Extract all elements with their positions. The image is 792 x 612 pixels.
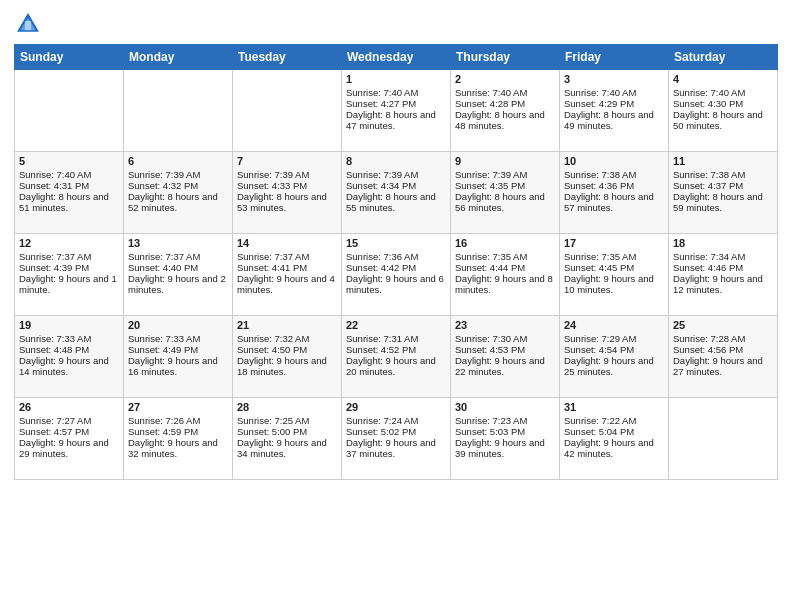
cell-content-line: Sunrise: 7:35 AM — [564, 251, 664, 262]
week-row-4: 19Sunrise: 7:33 AMSunset: 4:48 PMDayligh… — [15, 316, 778, 398]
cell-content-line: Sunset: 4:48 PM — [19, 344, 119, 355]
cell-content-line: Sunset: 5:04 PM — [564, 426, 664, 437]
day-number: 14 — [237, 237, 337, 249]
cell-content-line: Sunset: 4:54 PM — [564, 344, 664, 355]
cell-content-line: Sunrise: 7:33 AM — [19, 333, 119, 344]
cell-content-line: Sunset: 4:53 PM — [455, 344, 555, 355]
calendar-cell: 25Sunrise: 7:28 AMSunset: 4:56 PMDayligh… — [669, 316, 778, 398]
calendar-cell — [124, 70, 233, 152]
day-number: 5 — [19, 155, 119, 167]
calendar-cell — [669, 398, 778, 480]
cell-content-line: Daylight: 8 hours and 55 minutes. — [346, 191, 446, 213]
cell-content-line: Sunrise: 7:29 AM — [564, 333, 664, 344]
cell-content-line: Sunset: 4:27 PM — [346, 98, 446, 109]
day-number: 3 — [564, 73, 664, 85]
day-header-wednesday: Wednesday — [342, 45, 451, 70]
calendar-table: SundayMondayTuesdayWednesdayThursdayFrid… — [14, 44, 778, 480]
cell-content-line: Sunrise: 7:25 AM — [237, 415, 337, 426]
day-number: 9 — [455, 155, 555, 167]
cell-content-line: Sunrise: 7:24 AM — [346, 415, 446, 426]
day-number: 10 — [564, 155, 664, 167]
calendar-cell: 20Sunrise: 7:33 AMSunset: 4:49 PMDayligh… — [124, 316, 233, 398]
calendar-cell: 14Sunrise: 7:37 AMSunset: 4:41 PMDayligh… — [233, 234, 342, 316]
day-header-tuesday: Tuesday — [233, 45, 342, 70]
day-number: 6 — [128, 155, 228, 167]
cell-content-line: Sunrise: 7:40 AM — [673, 87, 773, 98]
calendar-cell: 8Sunrise: 7:39 AMSunset: 4:34 PMDaylight… — [342, 152, 451, 234]
cell-content-line: Sunrise: 7:35 AM — [455, 251, 555, 262]
logo-icon — [14, 10, 42, 38]
cell-content-line: Sunset: 4:36 PM — [564, 180, 664, 191]
cell-content-line: Sunset: 4:40 PM — [128, 262, 228, 273]
day-number: 17 — [564, 237, 664, 249]
calendar-cell — [15, 70, 124, 152]
calendar-cell: 26Sunrise: 7:27 AMSunset: 4:57 PMDayligh… — [15, 398, 124, 480]
cell-content-line: Daylight: 8 hours and 47 minutes. — [346, 109, 446, 131]
cell-content-line: Sunrise: 7:38 AM — [564, 169, 664, 180]
day-number: 31 — [564, 401, 664, 413]
cell-content-line: Sunrise: 7:31 AM — [346, 333, 446, 344]
cell-content-line: Sunset: 4:44 PM — [455, 262, 555, 273]
cell-content-line: Daylight: 9 hours and 27 minutes. — [673, 355, 773, 377]
calendar-cell: 6Sunrise: 7:39 AMSunset: 4:32 PMDaylight… — [124, 152, 233, 234]
day-number: 12 — [19, 237, 119, 249]
cell-content-line: Sunset: 4:35 PM — [455, 180, 555, 191]
week-row-2: 5Sunrise: 7:40 AMSunset: 4:31 PMDaylight… — [15, 152, 778, 234]
day-number: 20 — [128, 319, 228, 331]
cell-content-line: Sunset: 5:02 PM — [346, 426, 446, 437]
day-number: 23 — [455, 319, 555, 331]
week-row-3: 12Sunrise: 7:37 AMSunset: 4:39 PMDayligh… — [15, 234, 778, 316]
cell-content-line: Sunrise: 7:30 AM — [455, 333, 555, 344]
day-header-friday: Friday — [560, 45, 669, 70]
cell-content-line: Sunrise: 7:37 AM — [128, 251, 228, 262]
cell-content-line: Sunrise: 7:39 AM — [346, 169, 446, 180]
day-number: 19 — [19, 319, 119, 331]
calendar-cell: 17Sunrise: 7:35 AMSunset: 4:45 PMDayligh… — [560, 234, 669, 316]
cell-content-line: Sunrise: 7:39 AM — [128, 169, 228, 180]
cell-content-line: Daylight: 9 hours and 39 minutes. — [455, 437, 555, 459]
calendar-cell: 30Sunrise: 7:23 AMSunset: 5:03 PMDayligh… — [451, 398, 560, 480]
cell-content-line: Sunrise: 7:33 AM — [128, 333, 228, 344]
cell-content-line: Sunset: 4:57 PM — [19, 426, 119, 437]
cell-content-line: Daylight: 9 hours and 20 minutes. — [346, 355, 446, 377]
cell-content-line: Daylight: 9 hours and 34 minutes. — [237, 437, 337, 459]
cell-content-line: Sunrise: 7:39 AM — [237, 169, 337, 180]
calendar-cell: 22Sunrise: 7:31 AMSunset: 4:52 PMDayligh… — [342, 316, 451, 398]
day-number: 1 — [346, 73, 446, 85]
calendar-cell: 10Sunrise: 7:38 AMSunset: 4:36 PMDayligh… — [560, 152, 669, 234]
calendar-cell: 28Sunrise: 7:25 AMSunset: 5:00 PMDayligh… — [233, 398, 342, 480]
cell-content-line: Sunset: 4:29 PM — [564, 98, 664, 109]
calendar-cell: 5Sunrise: 7:40 AMSunset: 4:31 PMDaylight… — [15, 152, 124, 234]
cell-content-line: Daylight: 8 hours and 51 minutes. — [19, 191, 119, 213]
cell-content-line: Sunset: 4:56 PM — [673, 344, 773, 355]
cell-content-line: Sunset: 5:03 PM — [455, 426, 555, 437]
calendar-cell: 29Sunrise: 7:24 AMSunset: 5:02 PMDayligh… — [342, 398, 451, 480]
cell-content-line: Sunset: 4:32 PM — [128, 180, 228, 191]
calendar-cell: 16Sunrise: 7:35 AMSunset: 4:44 PMDayligh… — [451, 234, 560, 316]
cell-content-line: Sunset: 4:52 PM — [346, 344, 446, 355]
cell-content-line: Daylight: 9 hours and 22 minutes. — [455, 355, 555, 377]
calendar-cell: 21Sunrise: 7:32 AMSunset: 4:50 PMDayligh… — [233, 316, 342, 398]
logo — [14, 10, 46, 38]
cell-content-line: Sunset: 4:33 PM — [237, 180, 337, 191]
cell-content-line: Sunrise: 7:40 AM — [564, 87, 664, 98]
header — [14, 10, 778, 38]
cell-content-line: Sunset: 4:46 PM — [673, 262, 773, 273]
day-header-saturday: Saturday — [669, 45, 778, 70]
day-number: 7 — [237, 155, 337, 167]
day-number: 22 — [346, 319, 446, 331]
week-row-5: 26Sunrise: 7:27 AMSunset: 4:57 PMDayligh… — [15, 398, 778, 480]
cell-content-line: Sunset: 4:50 PM — [237, 344, 337, 355]
day-number: 4 — [673, 73, 773, 85]
cell-content-line: Daylight: 9 hours and 29 minutes. — [19, 437, 119, 459]
day-number: 28 — [237, 401, 337, 413]
calendar-cell: 2Sunrise: 7:40 AMSunset: 4:28 PMDaylight… — [451, 70, 560, 152]
cell-content-line: Sunrise: 7:39 AM — [455, 169, 555, 180]
cell-content-line: Daylight: 8 hours and 52 minutes. — [128, 191, 228, 213]
cell-content-line: Sunset: 4:42 PM — [346, 262, 446, 273]
cell-content-line: Sunrise: 7:28 AM — [673, 333, 773, 344]
cell-content-line: Sunrise: 7:22 AM — [564, 415, 664, 426]
day-number: 30 — [455, 401, 555, 413]
cell-content-line: Daylight: 9 hours and 18 minutes. — [237, 355, 337, 377]
cell-content-line: Daylight: 9 hours and 32 minutes. — [128, 437, 228, 459]
